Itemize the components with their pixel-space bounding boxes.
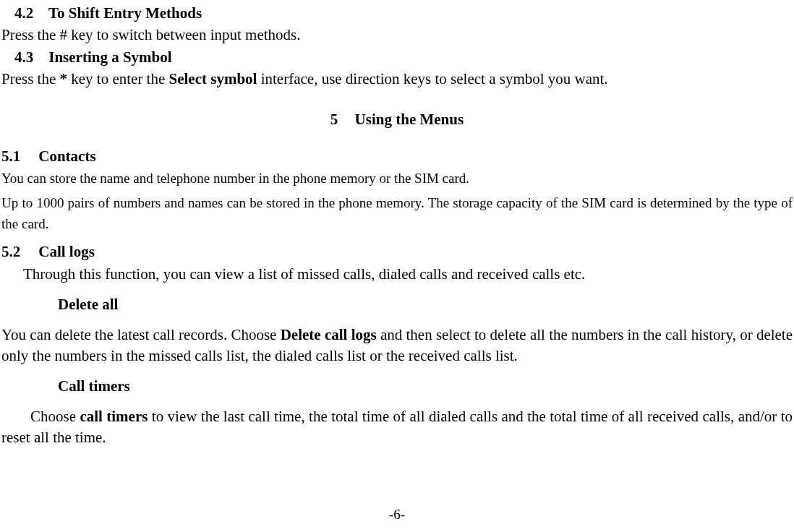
para-4-3-bold: Select symbol <box>169 70 257 87</box>
para-4-3: Press the * key to enter the Select symb… <box>1 69 793 89</box>
para-call-timers: Choose call timers to view the last call… <box>1 406 793 447</box>
heading-4-3: 4.3 Inserting a Symbol <box>14 47 793 67</box>
heading-4-2: 4.2 To Shift Entry Methods <box>14 3 793 23</box>
para-5-2-intro: Through this function, you can view a li… <box>23 264 793 284</box>
para-5-1-a: You can store the name and telephone num… <box>1 168 793 189</box>
heading-4-2-title: To Shift Entry Methods <box>48 4 202 22</box>
para-4-3-pre: Press the <box>1 70 60 87</box>
heading-4-3-number: 4.3 <box>14 47 45 67</box>
heading-delete-all: Delete all <box>58 294 793 314</box>
heading-5-1-number: 5.1 <box>1 146 35 166</box>
heading-5-2-number: 5.2 <box>1 241 35 262</box>
para-delete-all: You can delete the latest call records. … <box>1 325 793 366</box>
heading-5: 5 Using the Menus <box>1 109 793 129</box>
heading-5-1-title: Contacts <box>38 147 95 165</box>
para-4-3-mid: key to enter the <box>67 70 169 87</box>
para-delete-all-bold: Delete call logs <box>281 326 377 343</box>
para-call-timers-bold: call timers <box>80 408 148 425</box>
heading-5-2: 5.2 Call logs <box>1 241 793 262</box>
heading-call-timers: Call timers <box>58 376 793 396</box>
para-delete-all-pre: You can delete the latest call records. … <box>1 326 281 343</box>
para-4-3-post: interface, use direction keys to select … <box>257 70 607 87</box>
para-call-timers-pre: Choose <box>30 408 80 425</box>
heading-4-2-number: 4.2 <box>14 3 45 23</box>
heading-5-2-title: Call logs <box>38 243 95 260</box>
para-4-2: Press the # key to switch between input … <box>1 25 793 45</box>
heading-4-3-title: Inserting a Symbol <box>48 48 171 66</box>
page-number: -6- <box>1 505 793 524</box>
para-5-1-b: Up to 1000 pairs of numbers and names ca… <box>1 192 793 235</box>
heading-5-1: 5.1 Contacts <box>1 146 793 166</box>
heading-5-title: Using the Menus <box>355 111 464 128</box>
para-4-3-key: * <box>60 70 68 87</box>
heading-5-number: 5 <box>330 109 338 129</box>
